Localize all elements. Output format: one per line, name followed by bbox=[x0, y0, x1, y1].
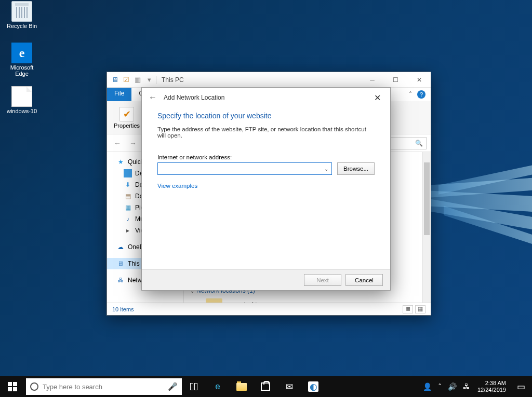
desktop-icon bbox=[124, 169, 132, 177]
tray-overflow-button[interactable]: ˄ bbox=[435, 382, 445, 391]
app-icon: ◐ bbox=[308, 381, 318, 392]
cortana-icon bbox=[30, 382, 38, 391]
recycle-bin-icon bbox=[11, 1, 32, 22]
start-button[interactable] bbox=[0, 376, 25, 397]
action-center-button[interactable]: ▭ bbox=[510, 381, 532, 392]
microphone-icon[interactable]: 🎤 bbox=[168, 382, 178, 391]
help-icon[interactable]: ? bbox=[417, 90, 425, 99]
window-title: This PC bbox=[162, 76, 184, 84]
wizard-header: ← Add Network Location ✕ bbox=[142, 88, 390, 107]
tab-file[interactable]: File bbox=[107, 88, 131, 101]
tray-people-icon[interactable]: 👤 bbox=[420, 382, 435, 391]
this-pc-icon: 🖥 bbox=[116, 259, 125, 268]
status-item-count: 10 items bbox=[112, 306, 134, 312]
network-location-item[interactable]: nzen-desktop bbox=[190, 296, 424, 303]
view-examples-link[interactable]: View examples bbox=[157, 183, 197, 189]
wizard-body: Specify the location of your website Typ… bbox=[142, 107, 390, 269]
clock-date: 12/24/2019 bbox=[477, 387, 506, 393]
chevron-down-icon[interactable]: ⌄ bbox=[321, 166, 331, 172]
customize-qat-icon[interactable]: ▾ bbox=[144, 75, 154, 85]
task-view-icon bbox=[190, 383, 197, 390]
network-folder-icon bbox=[206, 298, 222, 303]
tray-network-icon[interactable]: 🖧 bbox=[460, 382, 473, 391]
task-view-button[interactable] bbox=[182, 376, 206, 397]
view-details-button[interactable]: ≣ bbox=[403, 305, 413, 313]
add-network-location-wizard: ← Add Network Location ✕ Specify the loc… bbox=[141, 87, 391, 291]
mail-icon: ✉ bbox=[286, 381, 293, 392]
nav-forward-button[interactable]: → bbox=[127, 137, 139, 149]
taskbar-app-button[interactable]: ◐ bbox=[301, 376, 325, 397]
taskbar-mail-button[interactable]: ✉ bbox=[277, 376, 301, 397]
address-field-label: Internet or network address: bbox=[157, 154, 375, 160]
next-button[interactable]: Next bbox=[304, 274, 341, 286]
titlebar[interactable]: 🖥 ☑ ▥ ▾ This PC ─ ☐ ✕ bbox=[107, 72, 431, 88]
music-icon: ♪ bbox=[124, 215, 132, 223]
quick-access-toolbar: 🖥 ☑ ▥ ▾ bbox=[110, 75, 154, 85]
onedrive-icon: ☁ bbox=[116, 243, 125, 251]
taskbar-edge-button[interactable]: e bbox=[206, 376, 230, 397]
status-bar: 10 items ≣ ▦ bbox=[107, 303, 431, 315]
documents-icon: ▤ bbox=[124, 192, 132, 200]
wizard-back-button[interactable]: ← bbox=[147, 92, 158, 103]
wizard-footer: Next Cancel bbox=[142, 269, 390, 290]
wizard-title: Add Network Location bbox=[164, 94, 224, 101]
star-icon: ★ bbox=[116, 158, 125, 166]
edge-icon bbox=[11, 43, 32, 63]
new-folder-qat-icon[interactable]: ▥ bbox=[133, 75, 142, 85]
view-icons-button[interactable]: ▦ bbox=[415, 305, 425, 313]
downloads-icon: ⬇ bbox=[124, 181, 132, 189]
pictures-icon: ▦ bbox=[124, 203, 132, 212]
wizard-subtext: Type the address of the website, FTP sit… bbox=[157, 126, 375, 139]
taskbar-search[interactable]: 🎤 bbox=[26, 378, 182, 395]
file-icon bbox=[11, 86, 32, 107]
minimize-button[interactable]: ─ bbox=[361, 72, 384, 87]
ribbon-expand-icon[interactable]: ˄ bbox=[409, 91, 412, 98]
taskbar: 🎤 e ✉ ◐ 👤 ˄ 🔊 🖧 2:38 AM 12/24/2019 ▭ bbox=[0, 376, 532, 397]
desktop-icon-label: windows-10 bbox=[3, 108, 41, 114]
properties-icon: ✔ bbox=[119, 107, 134, 121]
maximize-button[interactable]: ☐ bbox=[384, 72, 407, 87]
taskbar-clock[interactable]: 2:38 AM 12/24/2019 bbox=[473, 380, 510, 393]
tray-volume-icon[interactable]: 🔊 bbox=[445, 382, 460, 391]
close-button[interactable]: ✕ bbox=[407, 72, 431, 87]
videos-icon: ▸ bbox=[124, 226, 132, 235]
search-icon: 🔍 bbox=[415, 140, 423, 147]
windows-logo-icon bbox=[8, 382, 17, 391]
desktop-icon-recycle-bin[interactable]: Recycle Bin bbox=[3, 1, 41, 29]
desktop-icon-microsoft-edge[interactable]: Microsoft Edge bbox=[3, 43, 41, 77]
taskbar-search-input[interactable] bbox=[43, 383, 164, 391]
browse-button[interactable]: Browse... bbox=[337, 162, 375, 175]
wizard-close-button[interactable]: ✕ bbox=[369, 90, 385, 105]
store-icon bbox=[261, 382, 270, 391]
network-address-combobox[interactable]: ⌄ bbox=[157, 162, 332, 175]
properties-qat-icon[interactable]: ☑ bbox=[122, 75, 131, 85]
nav-back-button[interactable]: ← bbox=[111, 137, 124, 149]
taskbar-file-explorer-button[interactable] bbox=[230, 376, 254, 397]
this-pc-icon: 🖥 bbox=[110, 75, 119, 85]
taskbar-store-button[interactable] bbox=[254, 376, 277, 397]
vertical-scrollbar[interactable] bbox=[422, 152, 431, 303]
clock-time: 2:38 AM bbox=[477, 380, 506, 387]
system-tray: 👤 ˄ 🔊 🖧 2:38 AM 12/24/2019 ▭ bbox=[420, 376, 532, 397]
wizard-heading: Specify the location of your website bbox=[157, 112, 375, 120]
cancel-button[interactable]: Cancel bbox=[345, 274, 383, 286]
desktop-icon-label: Microsoft Edge bbox=[3, 64, 41, 77]
desktop-icon-label: Recycle Bin bbox=[3, 23, 41, 29]
network-icon: 🖧 bbox=[116, 276, 125, 284]
folder-icon bbox=[236, 383, 247, 391]
desktop-icon-windows-10-file[interactable]: windows-10 bbox=[3, 86, 41, 114]
ribbon-properties-button[interactable]: ✔ Properties bbox=[111, 103, 142, 132]
